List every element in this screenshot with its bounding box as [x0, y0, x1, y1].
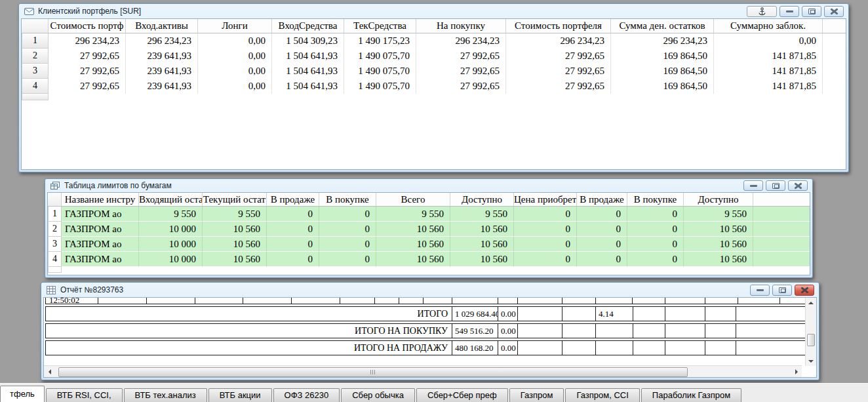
maximize-button[interactable] [772, 285, 792, 296]
report-total-rows: ИТОГО1 029 684.400.004.14ИТОГО НА ПОКУПК… [45, 306, 807, 355]
table-row[interactable]: 327 992,65239 641,930,001 504 641,931 49… [22, 64, 846, 79]
vertical-scrollbar[interactable] [805, 298, 816, 366]
taskbar-tab[interactable]: ВТБ акции [208, 388, 272, 402]
taskbar-tab[interactable]: Газпром [509, 388, 564, 402]
taskbar-tab[interactable]: Газпром, CCI [565, 388, 639, 402]
horizontal-scrollbar-thumb[interactable] [58, 367, 688, 377]
clipped-cell [243, 298, 292, 304]
table-row[interactable]: 3ГАЗПРОМ ао10 00010 5600010 56010 560000… [48, 237, 810, 252]
column-header-2[interactable]: Вход.активы [126, 19, 198, 33]
close-button[interactable] [795, 285, 814, 296]
cell: 141 871,85 [714, 49, 823, 64]
scroll-down-button[interactable] [806, 357, 816, 366]
cell: 1 504 641,93 [272, 64, 344, 79]
taskbar-tab[interactable]: тфель [0, 386, 45, 402]
table-row[interactable]: 4ГАЗПРОМ ао10 00010 5600010 56010 560000… [48, 252, 810, 267]
cell: 0 [267, 222, 319, 237]
vertical-scrollbar-thumb[interactable] [807, 334, 815, 346]
table-row[interactable]: 1ГАЗПРОМ ао9 5509 550009 5509 5500009 55… [48, 207, 810, 222]
row-number[interactable]: 2 [22, 49, 49, 64]
total-value [518, 341, 562, 355]
taskbar-tab[interactable]: Сбер обычка [341, 388, 415, 402]
total-value: 0.00 [498, 341, 518, 355]
cell: 0 [627, 222, 684, 237]
cell: 27 992,65 [416, 64, 506, 79]
close-button[interactable] [788, 180, 808, 191]
horizontal-scrollbar[interactable] [44, 365, 802, 377]
anchor-button[interactable] [747, 6, 777, 17]
client-portfolio-body: Стоимость портфВход.активыЛонгиВходСредс… [21, 18, 846, 170]
maximize-button[interactable] [766, 180, 785, 191]
row-number[interactable]: 4 [22, 79, 49, 94]
column-header-3[interactable]: Текущий остат [203, 193, 267, 206]
column-header-6[interactable]: На покупку [416, 19, 506, 33]
row-number[interactable]: 3 [22, 64, 49, 79]
column-header-1[interactable]: Название инстру [62, 193, 139, 206]
column-header-7[interactable]: Стоимость портфеля [506, 19, 611, 33]
cell: 10 000 [139, 222, 203, 237]
column-header-11[interactable]: Доступно [684, 193, 753, 206]
table-row[interactable]: 227 992,65239 641,930,001 504 641,931 49… [22, 49, 846, 64]
client-portfolio-window: Клиентский портфель [SUR] Стоимость порт… [18, 3, 849, 172]
row-number-empty [48, 267, 62, 273]
cell: 10 560 [684, 237, 753, 252]
scroll-left-button[interactable] [44, 366, 54, 377]
column-header-5[interactable]: ТекСредства [344, 19, 416, 33]
column-header-6[interactable]: Всего [376, 193, 450, 206]
cell: 0 [577, 237, 627, 252]
column-header-4[interactable]: ВходСредства [272, 19, 344, 33]
minimize-icon [757, 289, 764, 291]
report-titlebar[interactable]: Отчёт №8293763 [41, 283, 819, 297]
total-value [562, 307, 596, 321]
cell: 0 [319, 222, 376, 237]
column-header-9[interactable]: Суммарно заблок. [714, 19, 823, 33]
maximize-button[interactable] [802, 6, 821, 17]
total-value [518, 324, 562, 338]
taskbar-tab[interactable]: ВТБ тех.анализ [124, 388, 207, 402]
cell: 169 864,50 [611, 79, 714, 94]
column-header-4[interactable]: В продаже [267, 193, 319, 206]
taskbar-tab[interactable]: Сбер+Сбер преф [416, 388, 508, 402]
minimize-button[interactable] [779, 6, 799, 17]
cell: 0 [514, 252, 577, 267]
taskbar-tab[interactable]: ВТБ RSI, CCI, [46, 388, 123, 402]
column-header-2[interactable]: Входящий оста [139, 193, 203, 206]
total-value [596, 324, 633, 338]
row-number[interactable]: 2 [48, 222, 62, 237]
row-filler [753, 207, 810, 222]
cell: 296 234,23 [126, 33, 198, 49]
column-header-8[interactable]: Сумма ден. остатков [611, 19, 714, 33]
cell: 10 560 [450, 252, 514, 267]
close-button[interactable] [824, 6, 844, 17]
row-number[interactable]: 3 [48, 237, 62, 252]
clipped-cell [518, 298, 562, 304]
column-header-5[interactable]: В покупке [319, 193, 376, 206]
cell: 10 560 [203, 237, 267, 252]
row-number[interactable]: 1 [22, 33, 49, 49]
header-filler [823, 19, 846, 33]
minimize-button[interactable] [743, 180, 763, 191]
column-header-7[interactable]: Доступно [450, 193, 514, 206]
scroll-up-button[interactable] [806, 298, 816, 307]
row-number[interactable]: 1 [48, 207, 62, 222]
table-row[interactable]: 2ГАЗПРОМ ао10 00010 5600010 56010 560000… [48, 222, 810, 237]
column-header-10[interactable]: В покупке [627, 193, 684, 206]
column-header-3[interactable]: Лонги [198, 19, 272, 33]
limits-table-titlebar[interactable]: Таблица лимитов по бумагам [45, 179, 812, 192]
cell: 169 864,50 [611, 64, 714, 79]
row-number[interactable]: 4 [48, 252, 62, 267]
cell: 239 641,93 [126, 49, 198, 64]
taskbar-tab[interactable]: ОФЗ 26230 [273, 388, 340, 402]
close-icon [801, 287, 808, 293]
scroll-right-button[interactable] [791, 366, 802, 377]
column-header-9[interactable]: В продаже [577, 193, 627, 206]
minimize-button[interactable] [750, 285, 770, 296]
column-header-1[interactable]: Стоимость портф [49, 19, 126, 33]
column-header-8[interactable]: Цена приобрет [514, 193, 577, 206]
cell: ГАЗПРОМ ао [62, 237, 139, 252]
taskbar-tab[interactable]: Параболик Газпром [641, 388, 741, 402]
cell: 0 [319, 252, 376, 267]
table-row[interactable]: 1296 234,23296 234,230,001 504 309,231 4… [22, 33, 846, 49]
client-portfolio-titlebar[interactable]: Клиентский портфель [SUR] [19, 4, 848, 18]
table-row[interactable]: 427 992,65239 641,930,001 504 641,931 49… [22, 79, 846, 94]
